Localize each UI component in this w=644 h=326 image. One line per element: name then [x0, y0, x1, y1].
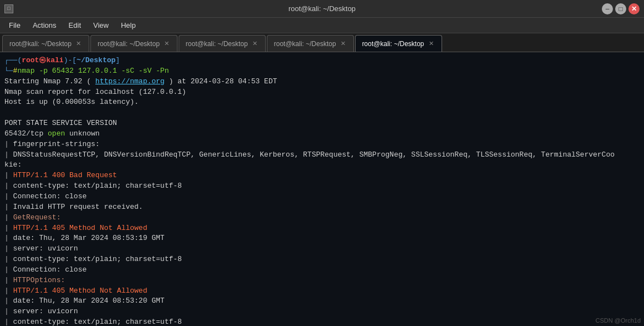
output-405b-4: | content-type: text/plain; charset=utf-…	[4, 317, 640, 326]
output-405-3: | server: uvicorn	[4, 244, 640, 254]
output-fp-dns: | DNSStatusRequestTCP, DNSVersionBindReq…	[4, 150, 640, 161]
terminal-area[interactable]: ┌── (root㉿kali)-[~/Desktop] └─# nmap -p …	[0, 52, 644, 326]
title-bar: □ root@kali: ~/Desktop – □ ✕	[0, 0, 644, 18]
tab-4-label: root@kali: ~/Desktop	[274, 40, 336, 48]
output-405-1: | HTTP/1.1 405 Method Not Allowed	[4, 223, 640, 234]
menu-edit[interactable]: Edit	[63, 20, 87, 31]
output-line-2: Nmap scan report for localhost (127.0.0.…	[4, 87, 640, 98]
menu-actions[interactable]: Actions	[27, 20, 62, 31]
menu-view[interactable]: View	[88, 20, 114, 31]
tabs-bar: root@kali: ~/Desktop ✕ root@kali: ~/Desk…	[0, 33, 644, 52]
menu-help[interactable]: Help	[115, 20, 141, 31]
output-405-4: | content-type: text/plain; charset=utf-…	[4, 254, 640, 265]
menu-file[interactable]: File	[3, 20, 26, 31]
tab-1-label: root@kali: ~/Desktop	[9, 40, 72, 48]
tab-3[interactable]: root@kali: ~/Desktop ✕	[179, 35, 266, 52]
command-line: └─# nmap -p 65432 127.0.0.1 -sC -sV -Pn	[4, 66, 640, 77]
tab-1-close[interactable]: ✕	[75, 40, 82, 47]
tab-4-close[interactable]: ✕	[339, 40, 347, 47]
tab-2-label: root@kali: ~/Desktop	[98, 40, 160, 48]
close-button[interactable]: ✕	[628, 3, 640, 14]
output-405b-2: | date: Thu, 28 Mar 2024 08:53:20 GMT	[4, 296, 640, 307]
output-400-4: | Invalid HTTP request received.	[4, 202, 640, 213]
output-405-2: | date: Thu, 28 Mar 2024 08:53:19 GMT	[4, 233, 640, 244]
output-fp-start: | fingerprint-strings:	[4, 139, 640, 150]
output-blank-1	[4, 108, 640, 118]
window-controls: – □ ✕	[602, 3, 640, 14]
tab-3-close[interactable]: ✕	[251, 40, 258, 47]
output-line-3: Host is up (0.000053s latency).	[4, 97, 640, 108]
prompt-line: ┌── (root㉿kali)-[~/Desktop]	[4, 56, 640, 66]
watermark: CSDN @Orch1d	[596, 317, 641, 324]
tab-5-label: root@kali: ~/Desktop	[362, 40, 424, 48]
window-icon: □	[4, 4, 13, 13]
output-400-3: | Connection: close	[4, 192, 640, 202]
output-405-5: | Connection: close	[4, 265, 640, 275]
tab-2-close[interactable]: ✕	[163, 40, 170, 47]
tab-5-close[interactable]: ✕	[428, 40, 435, 47]
tab-1[interactable]: root@kali: ~/Desktop ✕	[2, 35, 89, 52]
tab-4[interactable]: root@kali: ~/Desktop ✕	[267, 35, 354, 52]
output-port: 65432/tcp open unknown	[4, 129, 640, 139]
window-title: root@kali: ~/Desktop	[288, 4, 356, 13]
output-line-1: Starting Nmap 7.92 ( https://nmap.org ) …	[4, 77, 640, 87]
menu-bar: File Actions Edit View Help	[0, 18, 644, 33]
output-get: | GetRequest:	[4, 213, 640, 223]
tab-2[interactable]: root@kali: ~/Desktop ✕	[90, 35, 178, 52]
maximize-button[interactable]: □	[615, 3, 626, 14]
title-bar-left: □	[4, 4, 13, 13]
tab-5[interactable]: root@kali: ~/Desktop ✕	[355, 35, 442, 52]
output-400-1: | HTTP/1.1 400 Bad Request	[4, 170, 640, 181]
output-405b-1: | HTTP/1.1 405 Method Not Allowed	[4, 286, 640, 297]
output-fp-kie: kie:	[4, 160, 640, 170]
output-405b-3: | server: uvicorn	[4, 307, 640, 317]
output-400-2: | content-type: text/plain; charset=utf-…	[4, 181, 640, 192]
minimize-button[interactable]: –	[602, 3, 613, 14]
command-text: nmap -p 65432 127.0.0.1 -sC -sV -Pn	[17, 66, 169, 77]
output-http-opts: | HTTPOptions:	[4, 275, 640, 286]
tab-3-label: root@kali: ~/Desktop	[186, 40, 248, 48]
output-header: PORT STATE SERVICE VERSION	[4, 118, 640, 129]
